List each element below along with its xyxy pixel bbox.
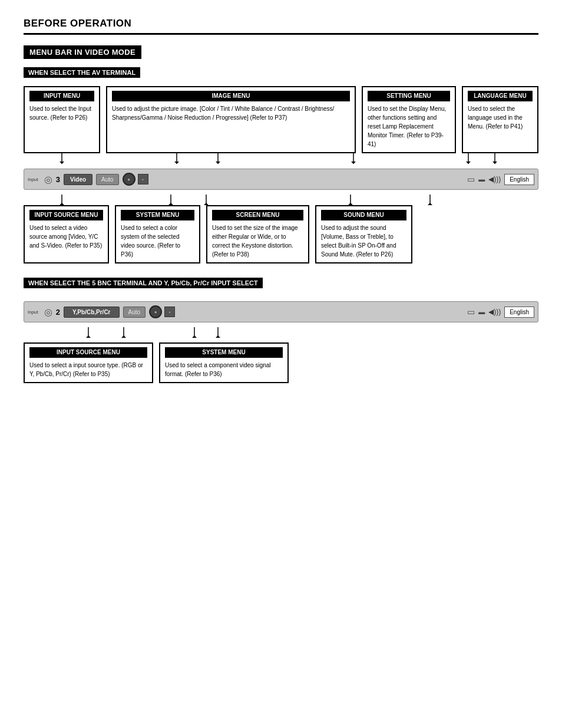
bnc-system-menu-box: SYSTEM MENU Used to select a component v… [159, 342, 289, 383]
bar-controls: ● ▪ [123, 173, 148, 186]
svg-marker-7 [351, 162, 356, 164]
sound-menu-box: SOUND MENU Used to adjust the sound [Vol… [315, 205, 412, 263]
setting-menu-box: SETTING MENU Used to set the Display Men… [362, 86, 456, 153]
bnc-square-icon: ▪ [169, 309, 171, 315]
image-menu-box: IMAGE MENU Used to adjust the picture im… [106, 86, 356, 153]
sound-menu-title: SOUND MENU [321, 210, 406, 220]
bnc-system-menu-text: Used to select a component video signal … [165, 362, 271, 377]
svg-marker-25 [121, 335, 126, 338]
system-menu-title: SYSTEM MENU [121, 210, 194, 220]
bnc-english-button: English [504, 307, 534, 318]
av-terminal-header: WHEN SELECT THE AV TERMINAL [24, 67, 140, 78]
svg-marker-5 [216, 162, 220, 164]
system-menu-box: SYSTEM MENU Used to select a color syste… [115, 205, 200, 263]
bnc-bar-auto-button: Auto [123, 307, 146, 318]
bnc-terminal-header: WHEN SELECT THE 5 BNC TERMINAL AND Y, Pb… [24, 278, 263, 288]
sound-menu-text: Used to adjust the sound [Volume, Bass o… [321, 225, 396, 258]
bottom-menus-row: INPUT SOURCE MENU Used to select a video… [24, 205, 538, 263]
input-menu-title: INPUT MENU [29, 91, 94, 101]
bnc-speaker-icon: ◀))) [488, 308, 501, 316]
bar-disc-icon: ◎ [44, 174, 52, 185]
av-terminal-subsection: WHEN SELECT THE AV TERMINAL INPUT MENU U… [24, 67, 538, 263]
image-menu-text: Used to adjust the picture image. [Color… [112, 106, 334, 121]
svg-marker-11 [492, 162, 497, 164]
top-menus-row: INPUT MENU Used to select the Input sour… [24, 86, 538, 153]
language-menu-text: Used to select the language used in the … [468, 106, 523, 130]
input-menu-text: Used to select the Input source. (Refer … [29, 106, 91, 121]
svg-marker-27 [192, 335, 197, 338]
bar-auto-button: Auto [96, 174, 119, 185]
svg-marker-3 [174, 162, 179, 164]
bnc-input-source-menu-title: INPUT SOURCE MENU [29, 347, 147, 358]
circle-icon: ● [127, 177, 130, 182]
bar-circle-btn: ● [123, 173, 135, 186]
input-source-menu-text: Used to select a video source among [Vid… [29, 225, 102, 249]
language-menu-box: LANGUAGE MENU Used to select the languag… [462, 86, 538, 153]
bnc-bar-number: 2 [56, 308, 60, 317]
svg-marker-1 [59, 162, 64, 164]
bnc-connectors-svg [24, 327, 538, 338]
svg-marker-9 [466, 162, 471, 164]
bnc-bar-input-section: Input [28, 309, 38, 315]
language-menu-title: LANGUAGE MENU [468, 91, 533, 101]
page-title: BEFORE OPERATION [24, 18, 538, 29]
bnc-square-btn: ▪ [164, 307, 175, 317]
bnc-bottom-menus-row: INPUT SOURCE MENU Used to select a input… [24, 342, 538, 383]
bnc-bar-disc-icon: ◎ [44, 307, 52, 318]
svg-marker-23 [86, 335, 91, 338]
bar-video-button: Video [64, 174, 92, 185]
screen-menu-title: SCREEN MENU [212, 210, 303, 220]
bnc-terminal-subsection: WHEN SELECT THE 5 BNC TERMINAL AND Y, Pb… [24, 278, 538, 383]
system-menu-text: Used to select a color system of the sel… [121, 225, 180, 258]
input-menu-box: INPUT MENU Used to select the Input sour… [24, 86, 100, 153]
input-source-menu-box: INPUT SOURCE MENU Used to select a video… [24, 205, 109, 263]
bar-english-button: English [504, 174, 534, 185]
bnc-bar-controls: ● ▪ [149, 305, 175, 318]
av-terminal-diagram: INPUT MENU Used to select the Input sour… [24, 86, 538, 263]
svg-marker-29 [216, 335, 220, 338]
square-icon: ▪ [142, 177, 144, 182]
setting-menu-title: SETTING MENU [368, 91, 450, 101]
av-projector-bar: Input ◎ 3 Video Auto ● ▪ ▭ ▬ ◀))) [24, 169, 538, 190]
title-divider [24, 33, 538, 35]
setting-menu-text: Used to set the Display Menu, other func… [368, 106, 446, 147]
bnc-bar-input-label: Input [28, 309, 38, 315]
menu-bar-video-mode-section: MENU BAR IN VIDEO MODE WHEN SELECT THE A… [24, 45, 538, 383]
bottom-spacer [418, 205, 538, 263]
bnc-monitor-icon: ▭ [467, 307, 475, 317]
bnc-circle-btn: ● [149, 305, 162, 318]
bnc-input-source-menu-box: INPUT SOURCE MENU Used to select a input… [24, 342, 153, 383]
bnc-printer-icon: ▬ [478, 308, 485, 315]
bnc-system-menu-title: SYSTEM MENU [165, 347, 283, 358]
bar-square-btn: ▪ [138, 174, 148, 185]
bottom-connectors-svg [24, 195, 538, 205]
bar-monitor-icon: ▭ [467, 174, 475, 184]
bnc-diagram: Input ◎ 2 Y,Pb/Cb,Pr/Cr Auto ● ▪ ▭ ▬ ◀)) [24, 301, 538, 383]
image-menu-title: IMAGE MENU [112, 91, 350, 101]
section-header: MENU BAR IN VIDEO MODE [24, 45, 141, 59]
input-source-menu-title: INPUT SOURCE MENU [29, 210, 103, 220]
top-connectors-svg [24, 153, 538, 164]
screen-menu-text: Used to set the size of the image either… [212, 225, 298, 258]
bar-input-label: Input [28, 177, 38, 182]
screen-menu-box: SCREEN MENU Used to set the size of the … [206, 205, 309, 263]
bnc-input-source-menu-text: Used to select a input source type. (RGB… [29, 362, 143, 377]
bar-number: 3 [56, 175, 60, 184]
bnc-bar-ypb-button: Y,Pb/Cb,Pr/Cr [64, 307, 119, 318]
bar-speaker-icon: ◀))) [488, 175, 501, 183]
bar-input-section: Input [28, 177, 38, 182]
bar-printer-icon: ▬ [478, 176, 485, 183]
bnc-circle-icon: ● [154, 309, 157, 315]
bnc-projector-bar: Input ◎ 2 Y,Pb/Cb,Pr/Cr Auto ● ▪ ▭ ▬ ◀)) [24, 301, 538, 322]
